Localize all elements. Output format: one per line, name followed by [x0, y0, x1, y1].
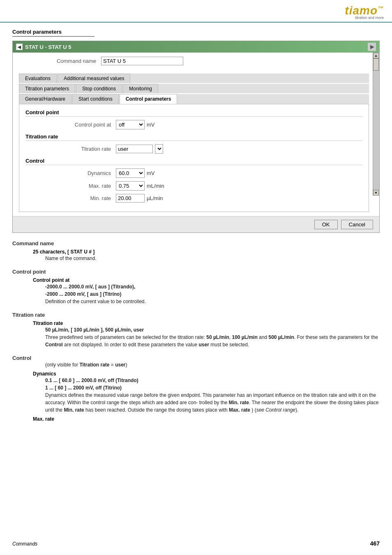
doc-command-name-heading: Command name: [12, 240, 380, 246]
doc-titration-rate: Titration rate Titration rate 50 µL/min,…: [12, 312, 380, 348]
doc-dynamics-desc: Dynamics defines the measured value rang…: [45, 391, 380, 414]
control-point-at-select[interactable]: off -2000.0 -1000.0 0.0 1000.0 2000.0: [116, 120, 145, 129]
doc-control-point-heading: Control point: [12, 269, 380, 275]
doc-control-point-item0: -2000.0 ... 2000.0 mV, [ aus ] (Titrando…: [45, 283, 380, 290]
tabs-row-1: Evaluations Additional measured values: [19, 74, 369, 83]
titration-rate-select[interactable]: user 50 µL/min 100 µL/min 500 µL/min: [155, 144, 163, 154]
titration-rate-row: Titration rate user 50 µL/min 100 µL/min…: [25, 144, 362, 154]
doc-command-name: Command name 25 characters, [ STAT U # ]…: [12, 240, 380, 262]
logo-sub: titration and more: [355, 16, 384, 20]
min-rate-value-area: µL/min: [116, 194, 163, 203]
control-point-section: Control point Control point at off -2000…: [25, 109, 362, 129]
tab-stop-conditions[interactable]: Stop conditions: [76, 84, 122, 93]
titlebar-left: ◀ STAT U - STAT U 5: [16, 44, 71, 50]
titration-rate-input[interactable]: [116, 145, 153, 153]
doc-titration-rate-sub: Titration rate: [33, 320, 380, 326]
page-label: Commands: [12, 541, 37, 547]
tabs-container: Evaluations Additional measured values T…: [19, 74, 369, 212]
control-point-at-value-area: off -2000.0 -1000.0 0.0 1000.0 2000.0 mV: [116, 120, 155, 129]
tabs-row-3: General/Hardware Start conditions Contro…: [19, 94, 369, 104]
min-rate-label: Min. rate: [25, 195, 116, 201]
doc-control: Control (only visible for Titration rate…: [12, 355, 380, 422]
command-name-input[interactable]: [101, 57, 183, 65]
dialog-window: ◀ STAT U - STAT U 5 ▶ ▲ ▼ Command name: [12, 41, 380, 233]
doc-control-point-item1: -2000 ... 2000 mV, [ aus ] (Titrino): [45, 290, 380, 298]
doc-control-intro: (only visible for Titration rate = user): [45, 361, 380, 368]
ok-button[interactable]: OK: [314, 220, 338, 229]
doc-titration-rate-text: Three predefined sets of parameters can …: [45, 334, 380, 348]
doc-command-name-sub: 25 characters, [ STAT U # ]: [33, 249, 380, 255]
doc-dynamics-item0: 0.1 ... [ 60.0 ] ... 2000.0 mV, off (Tit…: [45, 377, 380, 384]
max-rate-value-area: 0.75 mL/min: [116, 181, 164, 191]
doc-titration-rate-heading: Titration rate: [12, 312, 380, 318]
logo-area: tiamo™ titration and more: [345, 4, 384, 20]
control-section: Control Dynamics 60.0 mV: [25, 158, 362, 203]
control-point-at-label: Control point at: [25, 122, 116, 128]
doc-control-point-item2: Definition of the current value to be co…: [45, 298, 380, 305]
doc-dynamics-heading: Dynamics: [33, 371, 380, 377]
tab-content: Control point Control point at off -2000…: [19, 104, 369, 212]
page-header: tiamo™ titration and more: [0, 0, 392, 23]
doc-command-name-text: Name of the command.: [45, 255, 380, 262]
doc-control-point: Control point Control point at -2000.0 .…: [12, 269, 380, 305]
scrollbar-track: [373, 58, 379, 190]
min-rate-unit: µL/min: [147, 195, 163, 201]
scrollbar-thumb[interactable]: [373, 58, 379, 71]
dialog-expand-button[interactable]: ▶: [368, 43, 376, 51]
tab-monitoring[interactable]: Monitoring: [123, 84, 158, 93]
dynamics-label: Dynamics: [25, 170, 116, 176]
main-section-title: Control parameters: [12, 29, 95, 37]
page-number: 467: [370, 540, 380, 547]
tab-start-conditions[interactable]: Start conditions: [72, 94, 119, 104]
section-title-text: Control parameters: [12, 29, 62, 35]
titration-rate-title: Titration rate: [25, 134, 362, 141]
max-rate-row: Max. rate 0.75 mL/min: [25, 181, 362, 191]
titration-rate-value-area: user 50 µL/min 100 µL/min 500 µL/min: [116, 144, 163, 154]
titlebar-icon: ◀: [16, 44, 23, 50]
dialog-footer: OK Cancel: [13, 216, 379, 233]
dialog-title: STAT U - STAT U 5: [25, 44, 71, 50]
control-point-at-row: Control point at off -2000.0 -1000.0 0.0…: [25, 120, 362, 129]
control-title: Control: [25, 158, 362, 165]
main-content: Control parameters ◀ STAT U - STAT U 5 ▶…: [0, 23, 392, 430]
dynamics-unit: mV: [147, 170, 155, 176]
scrollbar-up-btn[interactable]: ▲: [373, 53, 379, 58]
titration-rate-section: Titration rate Titration rate user 50 µL…: [25, 134, 362, 154]
doc-control-point-sub: Control point at: [33, 277, 380, 283]
dialog-titlebar: ◀ STAT U - STAT U 5 ▶: [13, 41, 379, 53]
control-point-title: Control point: [25, 109, 362, 117]
dialog-scrollbar[interactable]: ▲ ▼: [373, 53, 379, 196]
doc-dynamics-item1: 1 ... [ 60 ] ... 2000 mV, off (Titrino): [45, 384, 380, 391]
min-rate-input[interactable]: [116, 194, 145, 203]
tab-control-parameters[interactable]: Control parameters: [120, 94, 178, 104]
command-name-label: Command name: [19, 58, 101, 64]
tab-general-hardware[interactable]: General/Hardware: [19, 94, 71, 104]
titration-rate-label: Titration rate: [25, 146, 116, 152]
doc-titration-rate-bold: 50 µL/min, [ 100 µL/min ], 500 µL/min, u…: [45, 326, 380, 334]
dynamics-row: Dynamics 60.0 mV: [25, 168, 362, 178]
max-rate-unit: mL/min: [147, 183, 164, 189]
doc-max-rate-heading: Max. rate: [33, 416, 380, 422]
dialog-body: ▲ ▼ Command name Evaluations Additional …: [13, 53, 379, 216]
tab-titration-parameters[interactable]: Titration parameters: [19, 84, 75, 93]
max-rate-select[interactable]: 0.75: [116, 181, 145, 191]
dynamics-value-area: 60.0 mV: [116, 168, 155, 178]
command-name-row: Command name: [19, 57, 369, 69]
tabs-row-2: Titration parameters Stop conditions Mon…: [19, 84, 369, 93]
tab-evaluations[interactable]: Evaluations: [19, 74, 57, 83]
scrollbar-down-btn[interactable]: ▼: [373, 190, 379, 196]
doc-control-heading: Control: [12, 355, 380, 361]
tab-additional-measured-values[interactable]: Additional measured values: [58, 74, 130, 83]
cancel-button[interactable]: Cancel: [341, 220, 373, 229]
min-rate-row: Min. rate µL/min: [25, 194, 362, 203]
max-rate-label: Max. rate: [25, 183, 116, 189]
control-point-at-unit: mV: [147, 122, 155, 128]
dynamics-select[interactable]: 60.0: [116, 168, 145, 178]
